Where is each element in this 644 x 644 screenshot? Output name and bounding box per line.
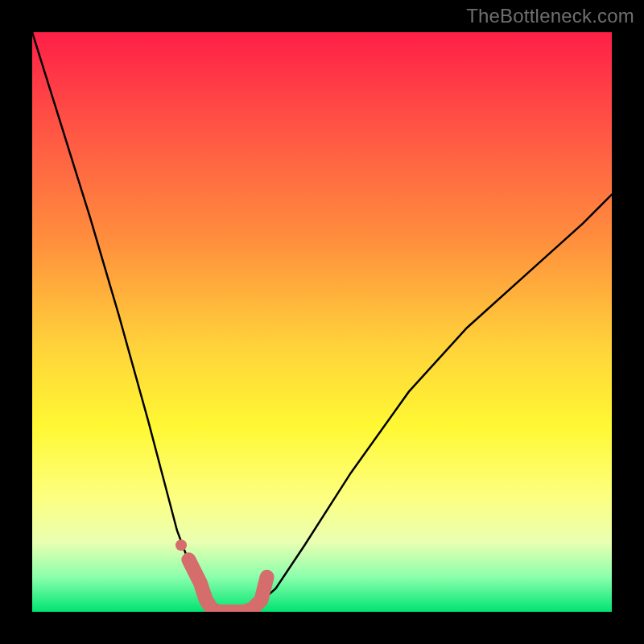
bottleneck-curve	[32, 32, 612, 612]
plot-area	[32, 32, 612, 612]
chart-overlay	[32, 32, 612, 612]
highlight-dot	[175, 539, 187, 551]
chart-frame: TheBottleneck.com	[0, 0, 644, 644]
watermark-text: TheBottleneck.com	[466, 5, 634, 27]
highlight-markers	[175, 539, 267, 612]
highlight-band-path	[188, 559, 266, 612]
